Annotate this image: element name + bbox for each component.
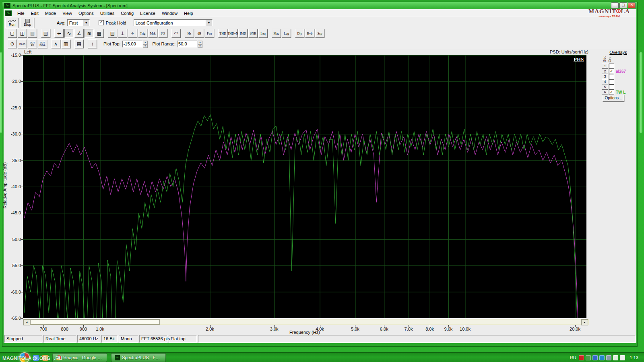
bar-display-button[interactable]: ▥ — [61, 39, 70, 48]
clock[interactable]: 1:13 — [630, 355, 638, 360]
overlay-on-checkbox-1[interactable] — [609, 64, 614, 69]
overlay-on-checkbox-6[interactable]: ✓ — [609, 90, 614, 95]
x-tick-label: 4.0k — [316, 327, 324, 331]
taskbar-spectraplus-button[interactable]: ∿SpectraPLUS - FFT S... — [111, 353, 166, 362]
overlay-on-checkbox-4[interactable] — [609, 79, 614, 84]
overlay-set-button-4[interactable]: 4 — [602, 79, 608, 84]
overlay-set-button-3[interactable]: 3 — [602, 74, 608, 79]
snr-button[interactable]: SNR — [248, 29, 258, 38]
surface-view-button[interactable]: ▩ — [95, 29, 104, 38]
minimize-button[interactable]: — — [611, 2, 619, 8]
scroll-right-arrow-icon[interactable]: ▸ — [581, 319, 588, 325]
menu-license[interactable]: License — [137, 10, 159, 16]
spectrum-plot[interactable] — [23, 55, 586, 318]
configuration-select[interactable]: Load Configuration ▼ — [134, 19, 213, 26]
thdn-button[interactable]: THD+N — [228, 29, 237, 38]
trigger-button[interactable]: Trig — [138, 29, 147, 38]
overlay-row-6: 6✓TW L — [602, 90, 625, 95]
signal-generator-button[interactable]: ◠ — [171, 29, 181, 38]
control-panel-button[interactable]: ▤ — [108, 29, 117, 38]
scroll-left-arrow-icon[interactable]: ◂ — [23, 319, 30, 325]
leq-button[interactable]: Leq — [258, 29, 268, 38]
phase-view-button[interactable]: ∠ — [74, 29, 84, 38]
macro-button[interactable]: Mac — [272, 29, 281, 38]
menu-help[interactable]: Help — [181, 10, 196, 16]
system-tray: RU 1:13 — [570, 355, 638, 360]
overlay-set-button-1[interactable]: 1 — [602, 64, 608, 69]
reverb-button[interactable]: Rvb — [305, 29, 314, 38]
imd-button[interactable]: IMD — [238, 29, 248, 38]
tray-update-icon[interactable] — [599, 355, 605, 360]
overlay-on-checkbox-5[interactable] — [609, 84, 614, 90]
menu-view[interactable]: View — [59, 10, 75, 16]
stop-button[interactable]: Stop — [21, 18, 34, 28]
peak-hold-label: Peak Hold — [106, 21, 126, 25]
display-options-button[interactable]: ▤ — [74, 39, 84, 48]
zoom-in-2x-button[interactable]: IN 2X — [18, 39, 27, 48]
overlay-set-button-2[interactable]: 2 — [602, 69, 608, 74]
x-tick-label: 5.0k — [351, 327, 359, 331]
markers-button[interactable]: Mrk — [148, 29, 157, 38]
plot-range-spinner[interactable]: ▲▼ — [198, 41, 202, 47]
zoom-out-full-button[interactable]: OUT FULL — [38, 39, 47, 48]
passthru-button[interactable]: ↠ — [54, 29, 64, 38]
calibration-button[interactable]: ⌖ — [128, 29, 137, 38]
tray-shield-icon[interactable] — [592, 355, 598, 360]
tray-chrome-icon[interactable] — [586, 355, 591, 360]
overlay-set-button-6[interactable]: 6 — [602, 90, 608, 95]
vertical-scale-button[interactable]: ↕ — [88, 39, 97, 48]
menu-config[interactable]: Config — [118, 10, 137, 16]
plot-range-label: Plot Range: — [153, 41, 175, 46]
maximize-button[interactable]: ▢ — [619, 2, 627, 8]
plot-top-spinner[interactable]: ▲▼ — [143, 41, 148, 47]
delay-button[interactable]: Dly — [295, 29, 304, 38]
menu-file[interactable]: File — [14, 10, 28, 16]
print-button[interactable]: ▤ — [41, 29, 50, 38]
menu-window[interactable]: Window — [159, 10, 181, 16]
tray-network-icon[interactable] — [613, 355, 618, 360]
log-button[interactable]: Log — [282, 29, 291, 38]
tray-display-icon[interactable] — [606, 355, 611, 360]
db-units-button[interactable]: dB — [195, 29, 204, 38]
avg-select[interactable]: Fast ▼ — [67, 19, 90, 26]
y-tick-label: -60.0 — [4, 290, 21, 294]
run-button[interactable]: Run — [5, 18, 19, 28]
save-button: ▦ — [28, 29, 37, 38]
scrollbar-thumb[interactable] — [30, 319, 160, 325]
peak-curve-button[interactable]: ∧ — [51, 39, 60, 48]
close-button[interactable]: ✕ — [628, 2, 636, 8]
menu-mode[interactable]: Mode — [42, 10, 60, 16]
psd-units-label: PSD: Units/sqrt(Hz) — [499, 49, 588, 54]
spectrum-view-button[interactable]: ∿ — [64, 29, 74, 38]
peak-hold-checkbox[interactable]: ✓ — [99, 20, 104, 25]
zoom-button[interactable]: ⊙ — [8, 39, 17, 48]
plot-top-input[interactable] — [122, 41, 142, 47]
zoom-out-2x-button[interactable]: OUT 2X — [28, 39, 37, 48]
open-file-button[interactable]: ◫ — [18, 29, 27, 38]
overlay-on-checkbox-3[interactable] — [609, 74, 614, 79]
thd-button[interactable]: THD — [218, 29, 227, 38]
overlay-set-button-5[interactable]: 5 — [602, 84, 608, 90]
taskbar-button-label: SpectraPLUS - FFT S... — [122, 355, 162, 360]
overlays-options-button[interactable]: Options... — [603, 95, 624, 102]
x-tick-label: 2.0k — [206, 327, 214, 331]
plot-hscrollbar[interactable]: ◂ ▸ — [23, 319, 588, 325]
tray-volume-icon[interactable] — [620, 355, 625, 360]
overlay-on-checkbox-2[interactable]: ✓ — [609, 69, 614, 74]
y-tick-mark — [21, 81, 23, 82]
scaling-button[interactable]: ⊥ — [118, 29, 127, 38]
hz-units-button[interactable]: Hz — [185, 29, 194, 38]
plot-range-input[interactable] — [177, 41, 197, 47]
scope-button[interactable]: Scp — [315, 29, 324, 38]
waterfall-view-button[interactable]: ≋ — [85, 29, 94, 38]
language-indicator[interactable]: RU — [570, 355, 576, 360]
menu-edit[interactable]: Edit — [28, 10, 42, 16]
io-button[interactable]: I/O — [158, 29, 167, 38]
pwr-units-button[interactable]: Pwr — [205, 29, 214, 38]
x-tick-label: 700 — [40, 327, 47, 331]
menu-options[interactable]: Options — [75, 10, 97, 16]
title-bar[interactable]: ∿ SpectraPLUS - FFT Spectral Analysis Sy… — [2, 2, 638, 9]
tray-flag-icon[interactable] — [579, 355, 584, 360]
new-file-button[interactable]: ▢ — [8, 29, 17, 38]
menu-utilities[interactable]: Utilities — [97, 10, 118, 16]
